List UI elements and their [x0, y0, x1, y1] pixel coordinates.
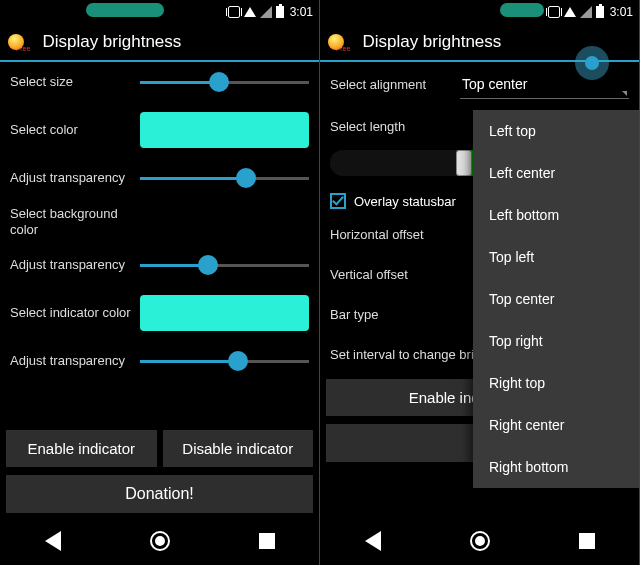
- vibrate-icon: [228, 6, 240, 18]
- menu-item[interactable]: Left bottom: [473, 194, 640, 236]
- setting-label: Select color: [10, 122, 140, 138]
- bulb-icon: [8, 34, 24, 50]
- donation-button[interactable]: Donation!: [6, 475, 313, 513]
- v-offset-label: Vertical offset: [330, 267, 460, 283]
- h-offset-label: Horizontal offset: [330, 227, 460, 243]
- nav-bar: [0, 517, 319, 565]
- menu-item[interactable]: Right top: [473, 362, 640, 404]
- signal-icon: [260, 6, 272, 18]
- bulb-icon: [328, 34, 344, 50]
- enable-indicator-button[interactable]: Enable indicator: [6, 430, 157, 467]
- nav-bar: [320, 517, 639, 565]
- setting-label: Select background color: [10, 206, 140, 237]
- setting-label: Adjust transparency: [10, 353, 140, 369]
- back-button[interactable]: [45, 531, 61, 551]
- status-bar: 3:01: [0, 0, 319, 24]
- wifi-icon: [244, 7, 256, 17]
- slider-thumb[interactable]: [585, 56, 599, 70]
- signal-icon: [580, 6, 592, 18]
- status-bar: 3:01: [320, 0, 639, 24]
- overlay-checkbox[interactable]: [330, 193, 346, 209]
- disable-indicator-button[interactable]: Disable indicator: [163, 430, 314, 467]
- clock: 3:01: [610, 5, 633, 19]
- setting-label: Adjust transparency: [10, 170, 140, 186]
- clock: 3:01: [290, 5, 313, 19]
- alignment-spinner[interactable]: Top center: [460, 70, 629, 99]
- color-swatch[interactable]: [140, 295, 309, 331]
- home-button[interactable]: [150, 531, 170, 551]
- slider[interactable]: [140, 351, 309, 371]
- menu-item[interactable]: Top left: [473, 236, 640, 278]
- page-title: Display brightness: [42, 32, 181, 52]
- menu-item[interactable]: Left top: [473, 110, 640, 152]
- slider[interactable]: [140, 168, 309, 188]
- overlay-label: Overlay statusbar: [354, 194, 456, 209]
- brightness-overlay-bar: [500, 3, 544, 17]
- home-button[interactable]: [470, 531, 490, 551]
- length-label: Select length: [330, 119, 460, 135]
- menu-item[interactable]: Left center: [473, 152, 640, 194]
- menu-item[interactable]: Top center: [473, 278, 640, 320]
- menu-item[interactable]: Top right: [473, 320, 640, 362]
- color-swatch[interactable]: [140, 112, 309, 148]
- slider[interactable]: [140, 255, 309, 275]
- setting-label: Adjust transparency: [10, 257, 140, 273]
- slider-knob[interactable]: [456, 150, 472, 176]
- slider[interactable]: [140, 72, 309, 92]
- brightness-overlay-bar: [86, 3, 164, 17]
- battery-icon: [596, 6, 604, 18]
- wifi-icon: [564, 7, 576, 17]
- setting-label: Select size: [10, 74, 140, 90]
- menu-item[interactable]: Right center: [473, 404, 640, 446]
- page-title: Display brightness: [362, 32, 501, 52]
- title-bar: Free Display brightness: [0, 24, 319, 62]
- alignment-dropdown-menu[interactable]: Left topLeft centerLeft bottomTop leftTo…: [473, 110, 640, 488]
- battery-icon: [276, 6, 284, 18]
- bar-type-label: Bar type: [330, 307, 460, 323]
- menu-item[interactable]: Right bottom: [473, 446, 640, 488]
- vibrate-icon: [548, 6, 560, 18]
- recent-button[interactable]: [259, 533, 275, 549]
- recent-button[interactable]: [579, 533, 595, 549]
- settings-list[interactable]: Select sizeSelect colorAdjust transparen…: [0, 62, 319, 426]
- alignment-label: Select alignment: [330, 77, 460, 93]
- setting-label: Select indicator color: [10, 305, 140, 321]
- back-button[interactable]: [365, 531, 381, 551]
